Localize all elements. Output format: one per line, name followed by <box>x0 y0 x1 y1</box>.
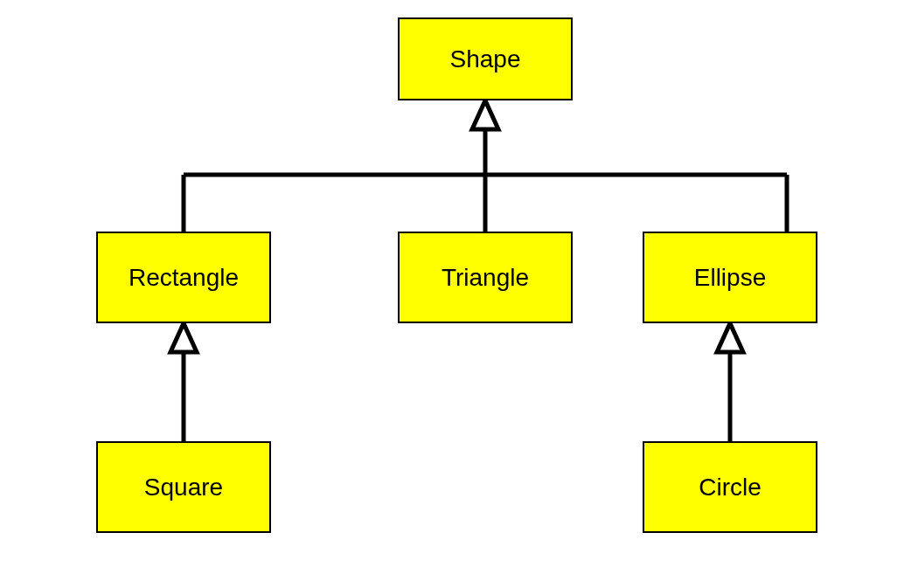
class-node-rectangle: Rectangle <box>96 232 271 323</box>
class-node-label: Ellipse <box>694 264 766 292</box>
diagram-canvas: Shape Rectangle Triangle Ellipse Square … <box>0 0 918 588</box>
class-node-label: Square <box>144 474 223 502</box>
class-node-shape: Shape <box>398 17 573 100</box>
class-node-triangle: Triangle <box>398 232 573 323</box>
class-node-label: Shape <box>450 45 521 73</box>
generalization-arrow-icon <box>170 323 197 352</box>
class-node-label: Rectangle <box>129 264 239 292</box>
generalization-arrow-icon <box>717 323 743 352</box>
class-node-circle: Circle <box>643 441 817 533</box>
class-node-ellipse: Ellipse <box>643 232 817 323</box>
generalization-arrow-icon <box>472 100 498 129</box>
class-node-square: Square <box>96 441 271 533</box>
class-node-label: Triangle <box>442 264 529 292</box>
class-node-label: Circle <box>699 474 762 502</box>
